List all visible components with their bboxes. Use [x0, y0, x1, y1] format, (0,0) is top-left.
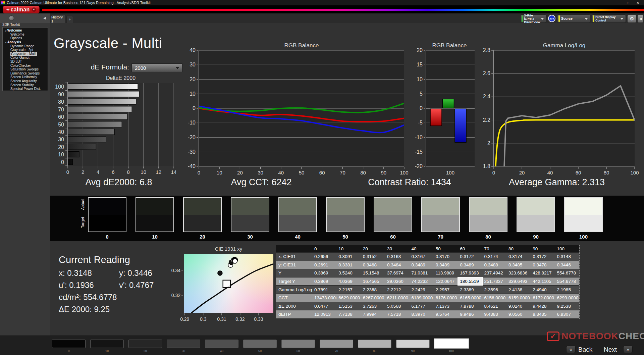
- back-icon[interactable]: «: [566, 346, 576, 353]
- tree-group-welcome[interactable]: ◢Welcome: [3, 29, 48, 33]
- record-button[interactable]: [9, 15, 14, 21]
- meter-dropdown[interactable]: X-Rite i1Pro 2 Direct View: [520, 14, 546, 23]
- table-cell[interactable]: 7.5718: [385, 310, 409, 318]
- table-cell[interactable]: 7.1373: [434, 302, 458, 310]
- table-cell[interactable]: 6156.0000: [482, 294, 506, 302]
- table-cell[interactable]: 0.3148: [555, 253, 579, 261]
- table-cell[interactable]: 2.2368: [361, 286, 385, 294]
- tree-expander-icon[interactable]: ◢: [5, 41, 6, 43]
- table-cell[interactable]: 12.0913: [312, 310, 336, 318]
- table-cell[interactable]: 0.6477: [312, 302, 336, 310]
- tree-item-grayscale-2pt[interactable]: Grayscale - 2pt: [3, 48, 48, 52]
- table-cell[interactable]: 7.8788: [458, 302, 482, 310]
- table-cell[interactable]: 2.2957: [434, 286, 458, 294]
- table-cell[interactable]: 167.9393: [458, 269, 482, 277]
- pattern-button-40[interactable]: [205, 340, 238, 348]
- tree-item-grayscale-multi[interactable]: Grayscale - Multi: [3, 52, 48, 56]
- table-cell[interactable]: 0.3381: [336, 261, 361, 269]
- table-cell[interactable]: 237.4942: [482, 269, 506, 277]
- next-icon[interactable]: »: [623, 346, 633, 353]
- table-cell[interactable]: 6.1777: [409, 302, 433, 310]
- table-cell[interactable]: 0.3484: [385, 261, 409, 269]
- tree-group-analysis[interactable]: ◢Analysis: [3, 40, 48, 44]
- table-cell[interactable]: 6267.0000: [361, 294, 385, 302]
- pattern-button-0[interactable]: [52, 340, 86, 348]
- tree-item-luminance-sweeps[interactable]: Luminance Sweeps: [3, 71, 48, 75]
- table-cell[interactable]: 2.2157: [336, 286, 361, 294]
- table-cell[interactable]: 0.3869: [312, 277, 336, 286]
- meter-count-badge[interactable]: 234: [548, 15, 555, 22]
- table-cell[interactable]: 0.3485: [506, 261, 531, 269]
- table-cell[interactable]: 9.2538: [555, 302, 579, 310]
- tree-item-options[interactable]: Options: [3, 36, 48, 40]
- table-cell[interactable]: 74.2232: [409, 277, 433, 286]
- table-cell[interactable]: 0.3172: [458, 253, 482, 261]
- table-cell[interactable]: 13473.0000: [312, 294, 336, 302]
- tab-history-1[interactable]: History 1: [51, 15, 66, 23]
- table-cell[interactable]: 323.6836: [506, 269, 531, 277]
- table-cell[interactable]: 0.3172: [531, 253, 555, 261]
- table-cell[interactable]: 9.4428: [531, 302, 555, 310]
- pattern-button-20[interactable]: [128, 340, 162, 348]
- table-cell[interactable]: 0.3167: [409, 253, 433, 261]
- table-cell[interactable]: 0.3446: [555, 261, 579, 269]
- table-cell[interactable]: 16.4565: [361, 277, 385, 286]
- table-cell[interactable]: 1.5153: [336, 302, 361, 310]
- table-cell[interactable]: 2.3596: [482, 286, 506, 294]
- table-cell[interactable]: 9.0560: [506, 310, 531, 318]
- de-formula-dropdown[interactable]: 2000: [131, 63, 182, 72]
- table-cell[interactable]: 6211.0000: [385, 294, 409, 302]
- table-cell[interactable]: 2.3389: [458, 286, 482, 294]
- table-cell[interactable]: 4.0369: [336, 277, 361, 286]
- pattern-button-10[interactable]: [90, 340, 124, 348]
- table-cell[interactable]: 6299.0000: [555, 294, 579, 302]
- pattern-button-80[interactable]: [358, 340, 391, 348]
- table-cell[interactable]: 6629.0000: [336, 294, 361, 302]
- add-tab-button[interactable]: +: [66, 16, 73, 23]
- table-cell[interactable]: 6176.0000: [434, 294, 458, 302]
- table-cell[interactable]: 2.2429: [409, 286, 433, 294]
- table-cell[interactable]: 0.3468: [361, 261, 385, 269]
- settings-button[interactable]: ⚙: [627, 15, 637, 23]
- table-cell[interactable]: 7.9994: [361, 310, 385, 318]
- panel-collapse-button[interactable]: ◀: [637, 15, 644, 23]
- tree-item-3d-lut[interactable]: 3D LUT: [3, 60, 48, 64]
- table-cell[interactable]: 0.3163: [385, 253, 409, 261]
- table-cell[interactable]: 0.3170: [434, 253, 458, 261]
- pattern-button-70[interactable]: [320, 340, 353, 348]
- close-button[interactable]: ✕: [637, 1, 639, 5]
- pattern-button-50[interactable]: [243, 340, 277, 348]
- tree-expander-icon[interactable]: ◢: [5, 29, 6, 32]
- table-cell[interactable]: 3.7263: [361, 302, 385, 310]
- table-cell[interactable]: 9.4383: [482, 310, 506, 318]
- table-cell[interactable]: 0.3478: [531, 261, 555, 269]
- table-cell[interactable]: 6189.0000: [409, 294, 433, 302]
- table-cell[interactable]: 6.8307: [555, 310, 579, 318]
- next-button[interactable]: Next: [604, 346, 617, 353]
- tree-item-color-gamut[interactable]: Color Gamut: [3, 56, 48, 60]
- tree-item-screen-stability[interactable]: Screen Stability: [3, 83, 48, 87]
- table-cell[interactable]: 0.3174: [506, 253, 531, 261]
- table-cell[interactable]: 0.7891: [312, 286, 336, 294]
- table-cell[interactable]: 0.3869: [312, 269, 336, 277]
- table-cell[interactable]: 0.2656: [312, 253, 336, 261]
- table-cell[interactable]: 5.0568: [385, 302, 409, 310]
- back-button[interactable]: Back: [578, 346, 592, 353]
- tree-item-colorchecker[interactable]: ColorChecker: [3, 63, 48, 67]
- table-cell[interactable]: 37.6974: [385, 269, 409, 277]
- table-cell[interactable]: 9.5764: [434, 310, 458, 318]
- table-cell[interactable]: 0.3489: [458, 261, 482, 269]
- maximize-button[interactable]: □: [627, 1, 629, 5]
- table-cell[interactable]: 6172.0000: [531, 294, 555, 302]
- tree-item-screen-uniformity[interactable]: Screen Uniformity: [3, 75, 48, 79]
- table-cell[interactable]: 554.6778: [555, 269, 579, 277]
- pattern-button-30[interactable]: [167, 340, 200, 348]
- tree-item-spectral-power-dist-[interactable]: Spectral Power Dist.: [3, 87, 48, 91]
- table-cell[interactable]: 6165.0000: [458, 294, 482, 302]
- tree-item-dynamic-range[interactable]: Dynamic Range: [3, 44, 48, 48]
- pattern-button-100[interactable]: [434, 338, 469, 349]
- table-cell[interactable]: 0.3091: [336, 253, 361, 261]
- table-cell[interactable]: 113.9889: [434, 269, 458, 277]
- table-cell[interactable]: 122.0647: [434, 277, 458, 286]
- table-cell[interactable]: 9.0240: [506, 302, 531, 310]
